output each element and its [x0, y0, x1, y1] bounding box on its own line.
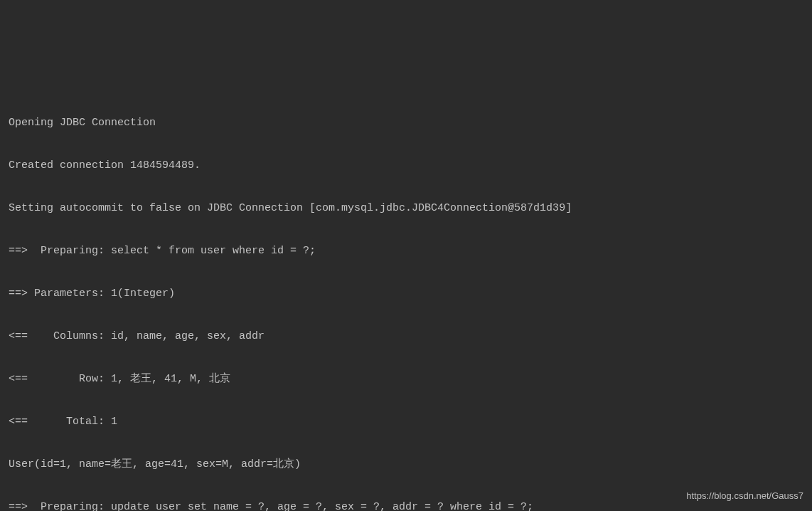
console-output: Opening JDBC Connection Created connecti… — [9, 91, 803, 511]
log-line: Setting autocommit to false on JDBC Conn… — [9, 198, 803, 219]
log-line: User(id=1, name=老王, age=41, sex=M, addr=… — [9, 454, 803, 475]
log-line: Opening JDBC Connection — [9, 112, 803, 134]
log-line: <== Row: 1, 老王, 41, M, 北京 — [9, 369, 803, 390]
log-line: <== Total: 1 — [9, 411, 803, 433]
watermark-text: https://blog.csdn.net/Gauss7 — [686, 487, 803, 505]
log-line: ==> Preparing: select * from user where … — [9, 241, 803, 262]
log-line: Created connection 1484594489. — [9, 155, 803, 177]
log-line: ==> Parameters: 1(Integer) — [9, 283, 803, 305]
log-line: ==> Preparing: update user set name = ?,… — [9, 497, 803, 511]
log-line: <== Columns: id, name, age, sex, addr — [9, 326, 803, 347]
